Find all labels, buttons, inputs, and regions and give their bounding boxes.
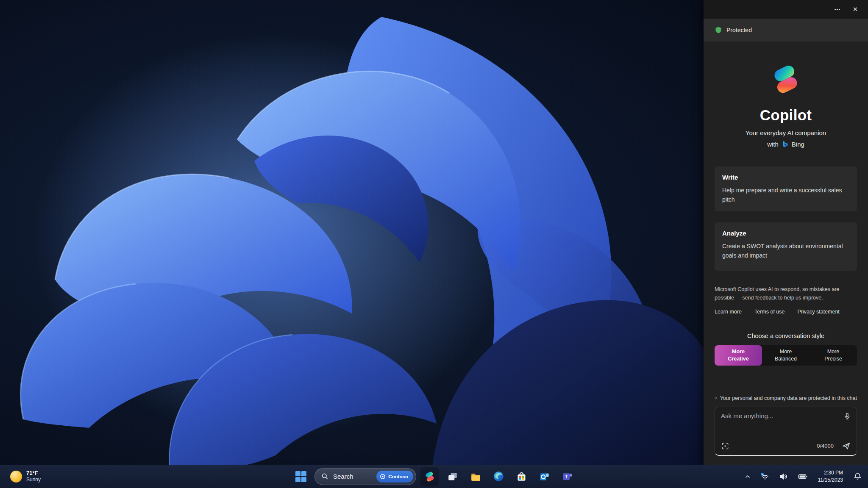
with-bing-row: with Bing <box>715 141 857 148</box>
notification-bell-icon[interactable] <box>851 470 864 482</box>
svg-text:T: T <box>565 474 568 480</box>
taskbar-app-task-view[interactable] <box>443 467 462 486</box>
taskbar-app-copilot[interactable] <box>420 467 439 486</box>
copilot-title: Copilot <box>715 107 857 124</box>
bing-label: Bing <box>792 141 804 148</box>
clock-time: 2:30 PM <box>818 469 843 476</box>
edge-icon <box>493 471 504 482</box>
style-more-balanced[interactable]: More Balanced <box>762 345 810 366</box>
weather-condition: Sunny <box>26 477 41 483</box>
taskbar-app-store[interactable] <box>512 467 531 486</box>
search-box[interactable]: Search Contoso <box>314 468 416 485</box>
conversation-style-toggle: More Creative More Balanced More Precise <box>715 345 857 366</box>
learn-more-link[interactable]: Learn more <box>715 309 742 315</box>
taskbar-app-teams[interactable]: T <box>558 467 576 486</box>
copilot-body: Copilot Your everyday AI companion with … <box>704 42 868 465</box>
system-tray: 2:30 PM 11/15/2023 <box>743 465 864 488</box>
chat-input-box[interactable]: 0/4000 <box>715 407 857 456</box>
card-body: Create a SWOT analysis about environment… <box>722 242 849 260</box>
style-more-creative[interactable]: More Creative <box>715 345 762 366</box>
copilot-sidebar-panel: ••• ✕ Protected <box>704 0 868 465</box>
teams-icon: T <box>562 471 573 482</box>
footer-links: Learn more Terms of use Privacy statemen… <box>715 309 857 315</box>
file-explorer-icon <box>470 471 481 482</box>
microphone-icon[interactable] <box>843 412 851 421</box>
search-icon <box>321 472 329 480</box>
contoso-logo-icon <box>380 474 386 480</box>
windows-logo-icon <box>295 471 306 482</box>
sun-icon <box>10 471 22 482</box>
weather-temp: 71°F <box>26 470 41 477</box>
shield-outline-icon <box>715 395 717 401</box>
screenshot-capture-icon[interactable] <box>721 442 729 450</box>
taskbar-app-file-explorer[interactable] <box>466 467 485 486</box>
copilot-logo <box>715 63 857 96</box>
outlook-icon <box>539 471 550 482</box>
start-button[interactable] <box>292 467 310 486</box>
weather-widget[interactable]: 71°F Sunny <box>6 465 45 488</box>
store-icon <box>516 471 527 482</box>
more-options-icon[interactable]: ••• <box>831 3 844 15</box>
clock-date: 11/15/2023 <box>818 477 843 483</box>
data-protection-text: Your personal and company data are prote… <box>720 395 857 401</box>
task-view-icon <box>447 471 458 482</box>
card-title: Write <box>722 174 849 181</box>
close-icon[interactable]: ✕ <box>849 3 862 15</box>
taskbar-app-outlook[interactable] <box>535 467 554 486</box>
copilot-subtitle: Your everyday AI companion <box>715 129 857 136</box>
chat-input-toolbar: 0/4000 <box>721 441 851 451</box>
suggestion-card-write[interactable]: Write Help me prepare and write a succes… <box>715 166 857 211</box>
search-label: Search <box>333 473 372 480</box>
ai-disclaimer-text: Microsoft Copilot uses AI to respond, so… <box>715 285 857 302</box>
style-more-precise[interactable]: More Precise <box>810 345 857 366</box>
terms-of-use-link[interactable]: Terms of use <box>754 309 785 315</box>
volume-icon[interactable] <box>777 470 790 483</box>
chat-input[interactable] <box>721 412 844 419</box>
clock-widget[interactable]: 2:30 PM 11/15/2023 <box>815 468 846 484</box>
taskbar: 71°F Sunny Search Contoso <box>0 465 868 488</box>
battery-icon[interactable] <box>796 470 810 483</box>
copilot-icon <box>424 471 436 482</box>
with-label: with <box>767 141 779 148</box>
suggestion-card-analyze[interactable]: Analyze Create a SWOT analysis about env… <box>715 222 857 270</box>
contoso-badge[interactable]: Contoso <box>376 471 413 482</box>
copilot-logo-icon <box>769 63 802 96</box>
card-title: Analyze <box>722 230 849 237</box>
tray-chevron-up-icon[interactable] <box>743 471 753 482</box>
bing-icon <box>782 141 789 148</box>
protected-label: Protected <box>726 27 752 33</box>
privacy-statement-link[interactable]: Privacy statement <box>798 309 840 315</box>
conversation-style-heading: Choose a conversation style <box>715 333 857 339</box>
network-icon[interactable] <box>759 470 771 483</box>
copilot-titlebar: ••• ✕ <box>704 0 868 19</box>
card-body: Help me prepare and write a successful s… <box>722 186 849 204</box>
taskbar-center: Search Contoso <box>292 465 576 488</box>
send-icon[interactable] <box>841 441 851 451</box>
shield-icon <box>715 26 722 34</box>
taskbar-app-edge[interactable] <box>489 467 508 486</box>
character-counter: 0/4000 <box>817 443 834 449</box>
data-protection-note: Your personal and company data are prote… <box>715 395 857 401</box>
protected-badge[interactable]: Protected <box>704 19 868 42</box>
